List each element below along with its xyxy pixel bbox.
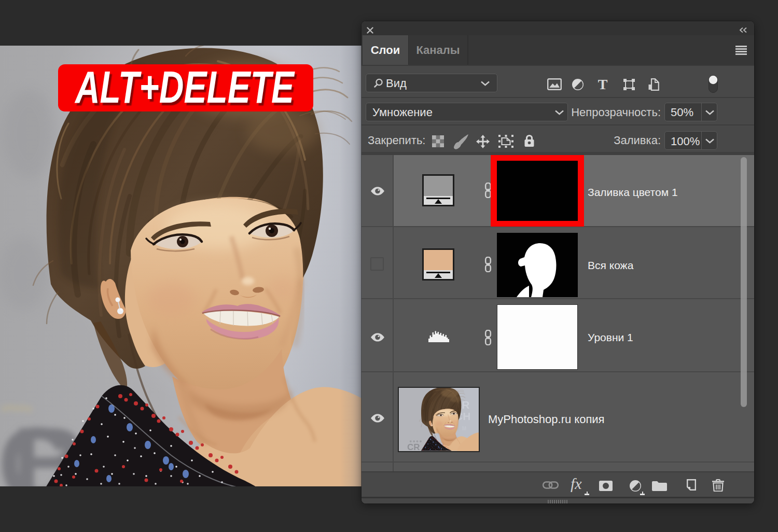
svg-text:T: T <box>598 78 608 91</box>
svg-text:CR: CR <box>407 442 420 451</box>
